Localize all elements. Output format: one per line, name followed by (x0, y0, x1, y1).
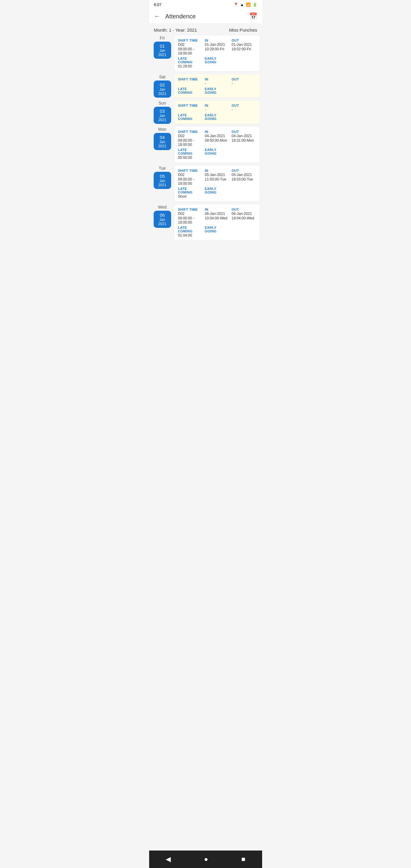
empty-col (232, 57, 256, 68)
date-year: 2021 (157, 53, 168, 57)
date-badge: 05 Jan 2021 (154, 172, 171, 189)
late-row: LATE COMING 01:04:00EARLY GOING (178, 226, 256, 238)
day-label-col: Fri01 Jan 2021 (152, 36, 173, 71)
late-row: LATE COMING EARLY GOING (178, 87, 256, 95)
card-top-row: SHIFT TIME D02 09:00:00 - 18:00:00IN 05-… (178, 169, 256, 186)
in-col: IN 01-Jan-2021 10:29:00-Fri (205, 38, 229, 56)
in-label: IN (205, 104, 229, 107)
day-name: Sun (158, 101, 166, 105)
day-name: Fri (160, 36, 164, 40)
empty-col (232, 226, 256, 238)
shift-code: D02 (178, 42, 202, 47)
shift-hours: 09:00:00 - 18:00:00 (178, 177, 202, 186)
month-label: Month: 1 - Year: 2021 (154, 27, 197, 33)
attendance-card: SHIFT TIME D02 09:00:00 - 18:00:00IN 04-… (175, 127, 260, 163)
day-label-col: Sun03 Jan 2021 (152, 101, 173, 124)
shift-code: D02 (178, 212, 202, 216)
attendance-card: SHIFT TIME D02 09:00:00 - 18:00:00IN 06-… (175, 205, 260, 241)
attendance-card: SHIFT TIME D02 09:00:00 - 18:00:00IN 01-… (175, 36, 260, 71)
in-date: 01-Jan-2021 (205, 42, 229, 47)
shift-time-label: SHIFT TIME (178, 208, 202, 211)
late-coming-label: LATE COMING (178, 187, 202, 194)
day-row: Sat02 Jan 2021SHIFT TIME IN - OUT - LATE… (152, 74, 260, 98)
early-going-col: EARLY GOING (205, 87, 229, 95)
late-coming-value: 00:50:00 (178, 156, 202, 160)
late-coming-col: LATE COMING 01:04:00 (178, 226, 202, 238)
out-date: 04-Jan-2021 (232, 134, 256, 138)
shift-time-label: SHIFT TIME (178, 104, 202, 107)
shift-hours: 09:00:00 - 18:00:00 (178, 216, 202, 224)
in-time: 11:03:00-Tue (205, 177, 229, 181)
date-month: Jan (157, 49, 168, 53)
out-date: 01-Jan-2021 (232, 42, 256, 47)
in-col: IN 06-Jan-2021 10:04:00-Wed (205, 208, 229, 224)
late-coming-col: LATE COMING 01:29:00 (178, 57, 202, 68)
date-month: Jan (157, 218, 168, 222)
date-day: 02 (157, 82, 168, 87)
date-badge: 03 Jan 2021 (154, 107, 171, 124)
shift-col: SHIFT TIME D02 09:00:00 - 18:00:00 (178, 130, 202, 147)
day-label-col: Sat02 Jan 2021 (152, 74, 173, 98)
shift-time-label: SHIFT TIME (178, 169, 202, 173)
card-top-row: SHIFT TIME D02 09:00:00 - 18:00:00IN 01-… (178, 38, 256, 56)
miss-punches-label: Miss Punches (229, 27, 257, 33)
out-time: 18:02:00-Fri (232, 47, 256, 51)
out-col: OUT 01-Jan-2021 18:02:00-Fri (232, 38, 256, 56)
late-coming-col: LATE COMING (178, 87, 202, 95)
late-coming-label: LATE COMING (178, 226, 202, 233)
early-going-col: EARLY GOING (205, 113, 229, 121)
status-bar: 6:07 📍 ▲ 📶 🔋 (149, 0, 262, 9)
date-year: 2021 (157, 222, 168, 226)
nav-recent-button[interactable]: ■ (235, 854, 251, 864)
early-going-label: EARLY GOING (205, 187, 229, 194)
shift-col: SHIFT TIME D02 09:00:00 - 18:00:00 (178, 38, 202, 56)
date-year: 2021 (157, 144, 168, 148)
shift-time-label: SHIFT TIME (178, 38, 202, 42)
card-top-row: SHIFT TIME IN - OUT - (178, 78, 256, 86)
date-badge: 06 Jan 2021 (154, 211, 171, 228)
out-date: - (232, 107, 256, 112)
out-time: 18:31:00-Mon (232, 138, 256, 143)
date-badge: 01 Jan 2021 (154, 41, 171, 59)
back-button[interactable]: ← (154, 12, 161, 20)
date-year: 2021 (157, 118, 168, 122)
early-going-label: EARLY GOING (205, 87, 229, 94)
shift-code: D02 (178, 134, 202, 138)
day-name: Wed (158, 205, 167, 210)
calendar-icon[interactable]: 📅 (249, 12, 257, 20)
attendance-card: SHIFT TIME IN - OUT - LATE COMING EARLY … (175, 101, 260, 124)
in-time: 09:50:00-Mon (205, 138, 229, 143)
out-col: OUT 06-Jan-2021 19:04:00-Wed (232, 208, 256, 224)
late-coming-label: LATE COMING (178, 57, 202, 64)
shift-time-label: SHIFT TIME (178, 130, 202, 133)
out-col: OUT - (232, 78, 256, 86)
day-row: Mon04 Jan 2021SHIFT TIME D02 09:00:00 - … (152, 127, 260, 163)
date-month: Jan (157, 87, 168, 92)
in-label: IN (205, 169, 229, 173)
date-year: 2021 (157, 183, 168, 187)
wifi-icon: ▲ (240, 2, 244, 7)
shift-hours: 09:00:00 - 18:00:00 (178, 47, 202, 56)
late-row: LATE COMING 00:50:00EARLY GOING (178, 148, 256, 160)
day-name: Mon (158, 127, 166, 132)
date-month: Jan (157, 140, 168, 144)
nav-home-button[interactable]: ● (198, 854, 214, 864)
shift-col: SHIFT TIME D02 09:00:00 - 18:00:00 (178, 208, 202, 224)
attendance-card: SHIFT TIME IN - OUT - LATE COMING EARLY … (175, 74, 260, 98)
shift-col: SHIFT TIME (178, 104, 202, 112)
date-month: Jan (157, 179, 168, 183)
battery-icon: 🔋 (253, 2, 257, 7)
early-going-label: EARLY GOING (205, 148, 229, 155)
nav-back-button[interactable]: ◀ (160, 854, 177, 864)
date-month: Jan (157, 114, 168, 118)
out-time: 18:03:00-Tue (232, 177, 256, 181)
in-date: - (205, 82, 229, 86)
late-coming-col: LATE COMING Short (178, 187, 202, 198)
early-going-col: EARLY GOING (205, 187, 229, 198)
date-day: 05 (157, 174, 168, 179)
shift-code: D02 (178, 173, 202, 177)
in-date: - (205, 107, 229, 112)
out-label: OUT (232, 130, 256, 133)
in-label: IN (205, 78, 229, 81)
attendance-card: SHIFT TIME D02 09:00:00 - 18:00:00IN 05-… (175, 166, 260, 202)
